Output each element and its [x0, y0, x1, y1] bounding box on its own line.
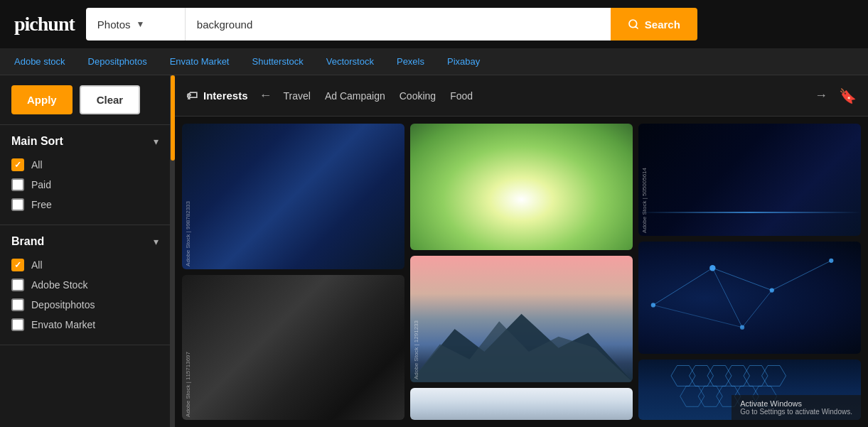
apply-button[interactable]: Apply — [11, 85, 73, 114]
checkbox-all[interactable] — [11, 158, 24, 171]
brand-filter-depositphotos-label: Depositphotos — [31, 299, 95, 310]
mountain-svg — [410, 306, 633, 382]
subnav-link-adobe-stock[interactable]: Adobe stock — [14, 56, 65, 67]
svg-marker-19 — [680, 386, 704, 406]
image-card-office-blur[interactable] — [410, 388, 633, 420]
image-green-blur — [410, 124, 633, 250]
sidebar-actions: Apply Clear — [0, 75, 170, 125]
windows-activate-subtitle: Go to Settings to activate Windows. — [740, 408, 852, 416]
search-type-dropdown[interactable]: Photos ▼ — [86, 8, 186, 40]
interests-items: Travel Ad Campaign Cooking Food — [284, 90, 803, 102]
tag-icon: 🏷 — [186, 90, 198, 102]
interest-food[interactable]: Food — [450, 90, 473, 102]
svg-marker-13 — [671, 366, 695, 387]
image-watermark-4: Adobe Stock | 505005614 — [641, 168, 648, 233]
svg-point-12 — [740, 325, 744, 330]
filter-paid-label: Paid — [31, 179, 51, 190]
main-sort-header[interactable]: Main Sort ▾ — [11, 135, 159, 148]
svg-point-11 — [829, 259, 833, 263]
checkbox-brand-envato[interactable] — [11, 318, 24, 331]
sidebar-scrollbar[interactable] — [171, 75, 175, 427]
image-blue-texture: Adobe Stock | 998782333 — [182, 124, 404, 269]
image-watermark-1: Adobe Stock | 998782333 — [185, 201, 191, 266]
sidebar: Apply Clear Main Sort ▾ All Paid — [0, 75, 171, 427]
subnav-link-vectorstock[interactable]: Vectorstock — [326, 56, 374, 67]
brand-filter-depositphotos[interactable]: Depositphotos — [11, 295, 159, 315]
filter-all[interactable]: All — [11, 155, 159, 175]
interests-next-icon[interactable]: → — [815, 88, 827, 103]
brand-filter-envato[interactable]: Envato Market — [11, 315, 159, 335]
brand-filter-adobe-label: Adobe Stock — [31, 279, 87, 291]
image-office-blur — [410, 388, 633, 420]
checkbox-free[interactable] — [11, 198, 24, 211]
subnav-link-envato-market[interactable]: Envato Market — [170, 56, 230, 67]
sidebar-scroll-thumb — [171, 75, 175, 161]
svg-line-5 — [712, 268, 742, 327]
svg-marker-17 — [744, 366, 768, 387]
content-area: 🏷 Interests ← Travel Ad Campaign Cooking… — [175, 75, 868, 427]
image-mountain: Adobe Stock | 1291233 — [410, 256, 633, 382]
logo: pichunt — [14, 13, 75, 36]
svg-point-8 — [651, 303, 655, 307]
clear-button[interactable]: Clear — [80, 85, 141, 114]
image-card-hexagon[interactable]: Activate Windows Go to Settings to activ… — [638, 360, 861, 420]
image-card-network[interactable] — [638, 242, 861, 354]
image-card-mountain[interactable]: Adobe Stock | 1291233 — [410, 256, 633, 382]
checkbox-brand-all[interactable] — [11, 259, 24, 271]
filter-free-label: Free — [31, 199, 52, 210]
filter-free[interactable]: Free — [11, 195, 159, 215]
dropdown-arrow-icon: ▼ — [136, 19, 145, 29]
svg-marker-15 — [707, 366, 732, 387]
brand-header[interactable]: Brand ▾ — [11, 235, 159, 248]
subnav: Adobe stock Depositphotos Envato Market … — [0, 48, 868, 75]
image-col-1: Adobe Stock | 998782333 Adobe Stock | 11… — [182, 124, 404, 420]
search-input[interactable] — [186, 8, 611, 40]
network-svg — [638, 242, 861, 354]
image-card-silk[interactable]: Adobe Stock | 115713697 — [182, 275, 404, 421]
image-silk: Adobe Stock | 115713697 — [182, 275, 404, 421]
interest-cooking[interactable]: Cooking — [400, 90, 436, 102]
image-network — [638, 242, 861, 354]
checkbox-brand-depositphotos[interactable] — [11, 298, 24, 311]
subnav-link-pexels[interactable]: Pexels — [397, 56, 424, 67]
search-bar: Photos ▼ Search — [86, 8, 697, 40]
svg-marker-20 — [698, 386, 722, 406]
svg-marker-14 — [690, 366, 714, 387]
checkbox-paid[interactable] — [11, 178, 24, 191]
subnav-link-depositphotos[interactable]: Depositphotos — [88, 56, 147, 67]
interests-bar: 🏷 Interests ← Travel Ad Campaign Cooking… — [175, 75, 868, 117]
brand-filter-envato-label: Envato Market — [31, 319, 95, 330]
image-watermark-2: Adobe Stock | 115713697 — [185, 352, 191, 417]
brand-filter-adobe[interactable]: Adobe Stock — [11, 275, 159, 295]
svg-line-3 — [712, 268, 771, 290]
svg-point-9 — [709, 265, 715, 271]
subnav-link-pixabay[interactable]: Pixabay — [447, 56, 480, 67]
header: pichunt Photos ▼ Search — [0, 0, 868, 48]
image-dark-blue: Adobe Stock | 505005614 — [638, 124, 861, 236]
image-card-green-blur[interactable] — [410, 124, 633, 250]
svg-point-10 — [770, 288, 774, 292]
brand-section: Brand ▾ All Adobe Stock Depositphotos — [0, 225, 170, 345]
brand-filter-all[interactable]: All — [11, 255, 159, 275]
image-card-dark-blue[interactable]: Adobe Stock | 505005614 — [638, 124, 861, 236]
interest-ad-campaign[interactable]: Ad Campaign — [325, 90, 385, 102]
main-layout: Apply Clear Main Sort ▾ All Paid — [0, 75, 868, 427]
image-watermark-3: Adobe Stock | 1291233 — [413, 320, 419, 379]
search-icon — [628, 18, 639, 30]
windows-activate-overlay: Activate Windows Go to Settings to activ… — [732, 395, 861, 420]
checkbox-brand-adobe[interactable] — [11, 279, 24, 291]
image-card-blue-texture[interactable]: Adobe Stock | 998782333 — [182, 124, 404, 269]
image-col-2: Adobe Stock | 1291233 — [410, 124, 633, 420]
search-button[interactable]: Search — [611, 8, 697, 40]
interests-prev-icon[interactable]: ← — [259, 88, 272, 103]
image-grid: Adobe Stock | 998782333 Adobe Stock | 11… — [175, 117, 868, 427]
filter-paid[interactable]: Paid — [11, 175, 159, 195]
svg-marker-16 — [726, 366, 750, 387]
search-input-wrap — [186, 8, 611, 40]
bookmark-icon[interactable]: 🔖 — [839, 87, 857, 104]
brand-filter-all-label: All — [31, 259, 43, 271]
interest-travel[interactable]: Travel — [284, 90, 311, 102]
brand-title: Brand — [11, 235, 44, 248]
svg-line-4 — [772, 261, 831, 291]
subnav-link-shutterstock[interactable]: Shutterstock — [252, 56, 304, 67]
